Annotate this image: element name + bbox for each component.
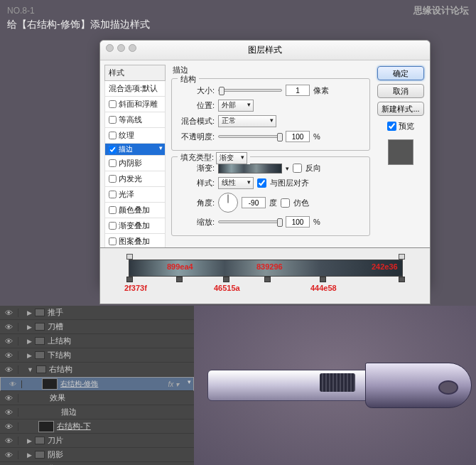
dither-checkbox[interactable]	[281, 198, 290, 208]
layer-row[interactable]: 👁效果	[0, 391, 194, 405]
size-unit: 像素	[313, 85, 329, 96]
style-checkbox[interactable]	[109, 237, 117, 245]
layer-row[interactable]: 👁右结构-下	[0, 419, 194, 434]
style-item[interactable]: 描边	[104, 144, 166, 156]
position-select[interactable]: 外部	[218, 100, 254, 112]
disclosure-icon[interactable]: ▶	[27, 309, 32, 316]
visibility-toggle[interactable]: 👁	[0, 394, 18, 402]
opacity-stop[interactable]	[399, 254, 405, 260]
style-item[interactable]: 等高线	[104, 112, 166, 128]
angle-wheel[interactable]	[218, 193, 238, 213]
visibility-toggle[interactable]: 👁	[0, 323, 18, 331]
layer-row[interactable]: 👁▶阴影	[0, 448, 194, 462]
visibility-toggle[interactable]: 👁	[0, 309, 18, 317]
visibility-toggle[interactable]: 👁	[0, 337, 18, 346]
close-icon[interactable]	[106, 44, 114, 52]
step-instruction: 给【右结构-修饰】添加描边样式	[7, 18, 469, 31]
color-stop[interactable]	[320, 277, 326, 282]
color-stop[interactable]	[126, 277, 133, 282]
blend-mode-select[interactable]: 正常	[218, 115, 276, 127]
layer-row[interactable]: 👁▶刀槽	[0, 320, 194, 334]
fill-type-select[interactable]: 渐变	[216, 152, 247, 164]
layer-name: 上结构	[48, 336, 71, 346]
canvas-preview	[194, 306, 476, 465]
style-item[interactable]: 纹理	[104, 128, 166, 144]
effect-label: 效果	[50, 392, 65, 403]
disclosure-icon[interactable]: ▶	[27, 437, 32, 444]
visibility-toggle[interactable]: 👁	[0, 351, 18, 360]
disclosure-icon[interactable]: ▶	[27, 338, 32, 345]
ok-button[interactable]: 确定	[377, 66, 424, 80]
gradient-swatch[interactable]	[218, 164, 282, 173]
size-slider[interactable]	[218, 89, 282, 92]
layer-row[interactable]: 👁▶背景	[0, 462, 194, 465]
opacity-slider[interactable]	[218, 135, 282, 138]
layer-row[interactable]: 👁▼右结构	[0, 363, 194, 377]
style-item[interactable]: 内阴影	[104, 156, 166, 171]
layer-thumbnail	[42, 378, 58, 390]
dialog-titlebar[interactable]: 图层样式	[100, 41, 430, 60]
minimize-icon[interactable]	[117, 44, 125, 52]
style-item[interactable]: 斜面和浮雕	[104, 97, 166, 112]
style-checkbox[interactable]	[109, 222, 117, 230]
style-label: 图案叠加	[119, 236, 150, 247]
layer-row[interactable]: 👁▶推手	[0, 306, 194, 320]
color-hex: 242e36	[372, 262, 398, 271]
scale-slider[interactable]	[218, 220, 282, 223]
style-item[interactable]: 光泽	[104, 187, 166, 203]
scale-unit: %	[313, 218, 320, 226]
layer-row[interactable]: 👁▶下结构	[0, 348, 194, 363]
new-style-button[interactable]: 新建样式...	[377, 102, 424, 116]
visibility-toggle[interactable]: 👁	[0, 437, 18, 445]
reverse-checkbox[interactable]	[293, 164, 302, 173]
style-item[interactable]: 颜色叠加	[104, 203, 166, 218]
style-checkbox[interactable]	[109, 116, 117, 124]
align-label: 与图层对齐	[270, 178, 309, 188]
layer-row[interactable]: 👁描边	[0, 405, 194, 419]
color-stop[interactable]	[223, 277, 229, 282]
visibility-toggle[interactable]: 👁	[0, 408, 18, 417]
visibility-toggle[interactable]: 👁	[4, 380, 22, 388]
layer-row[interactable]: 👁右结构-修饰fx ▾	[0, 377, 194, 391]
disclosure-icon[interactable]: ▶	[27, 451, 32, 459]
color-stop[interactable]	[264, 277, 271, 282]
layer-row[interactable]: 👁▶刀片	[0, 434, 194, 448]
color-stop[interactable]	[399, 277, 405, 282]
folder-icon	[35, 309, 45, 316]
angle-input[interactable]	[242, 197, 266, 208]
style-checkbox[interactable]	[109, 132, 117, 139]
cancel-button[interactable]: 取消	[377, 84, 424, 98]
style-checkbox[interactable]	[109, 100, 117, 108]
disclosure-icon[interactable]: ▶	[27, 352, 32, 359]
style-checkbox[interactable]	[109, 159, 117, 167]
visibility-toggle[interactable]: 👁	[0, 451, 18, 459]
color-stop[interactable]	[176, 277, 183, 282]
style-checkbox[interactable]	[109, 191, 117, 198]
style-checkbox[interactable]	[109, 175, 117, 183]
scale-input[interactable]	[286, 216, 310, 228]
style-item[interactable]: 渐变叠加	[104, 218, 166, 234]
blend-options[interactable]: 混合选项:默认	[104, 81, 166, 97]
style-item[interactable]: 内发光	[104, 171, 166, 187]
gradient-label: 渐变:	[178, 163, 215, 173]
visibility-toggle[interactable]: 👁	[0, 422, 18, 431]
disclosure-icon[interactable]: ▼	[27, 366, 33, 373]
opacity-stop[interactable]	[126, 254, 133, 260]
style-type-select[interactable]: 线性	[218, 177, 254, 189]
layer-name: 右结构	[49, 364, 72, 375]
folder-icon	[35, 337, 45, 345]
style-label: 等高线	[119, 114, 142, 125]
opacity-input[interactable]	[286, 131, 310, 142]
style-checkbox[interactable]	[109, 146, 117, 154]
disclosure-icon[interactable]: ▶	[27, 324, 32, 331]
align-checkbox[interactable]	[257, 178, 266, 188]
chevron-down-icon[interactable]: ▾	[286, 165, 289, 172]
layer-row[interactable]: 👁▶上结构	[0, 334, 194, 348]
color-hex: 444e58	[310, 284, 337, 292]
zoom-icon[interactable]	[129, 44, 136, 52]
visibility-toggle[interactable]: 👁	[0, 365, 18, 374]
preview-checkbox[interactable]	[387, 122, 396, 131]
fx-badge[interactable]: fx ▾	[168, 380, 179, 388]
size-input[interactable]	[286, 85, 310, 96]
style-checkbox[interactable]	[109, 206, 117, 214]
